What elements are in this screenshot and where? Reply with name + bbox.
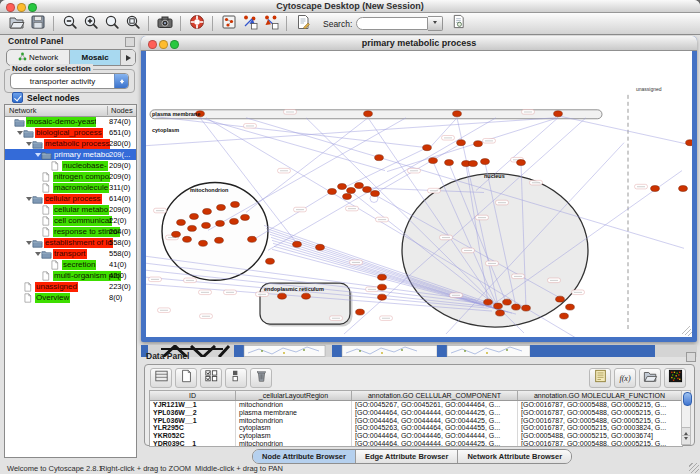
tree-row[interactable]: cellular process614(0) (5, 193, 136, 204)
tree-row[interactable]: establishment of lo558(0) (5, 237, 136, 248)
column-header[interactable]: annotation.GO CELLULAR_COMPONENT (352, 391, 518, 400)
snapshot-button[interactable] (154, 14, 175, 33)
function-builder-button[interactable]: f(x) (614, 368, 636, 388)
tree-row[interactable]: cell communicat22(0) (5, 215, 136, 226)
table-row[interactable]: YJR121W__1mitochondrion[GO:0045267, GO:0… (150, 401, 682, 409)
column-header[interactable]: ID (150, 391, 236, 400)
window-resize-grip[interactable] (689, 463, 699, 473)
tree-column-network: Network (9, 106, 37, 115)
table-cell: YJR121W__1 (150, 401, 236, 409)
table-cell: YPL036W__1 (150, 417, 236, 425)
node-color-attribute-dropdown[interactable]: transporter activity (10, 73, 129, 89)
tree-row[interactable]: cellular metabo209(0) (5, 204, 136, 215)
table-cell: plasma membrane (236, 409, 352, 417)
network-view-titlebar[interactable]: primary metabolic process (141, 36, 697, 51)
svg-text:cytoplasm: cytoplasm (152, 127, 179, 133)
table-cell: YKR052C (150, 432, 236, 440)
annotation-panel-icon (593, 369, 608, 387)
tree-row[interactable]: transport558(0) (5, 248, 136, 259)
overview-button[interactable] (218, 14, 239, 33)
tab-network-attribute-browser[interactable]: Network Attribute Browser (458, 450, 571, 463)
annotation-icon (295, 14, 311, 34)
layout-b-button[interactable] (260, 14, 281, 33)
attribute-grid-button[interactable] (150, 368, 172, 388)
attribute-table[interactable]: ID_cellularLayoutRegionannotation.GO CEL… (149, 390, 683, 447)
attribute-browser-tabs: Node Attribute BrowserEdge Attribute Bro… (252, 449, 572, 464)
file-icon (50, 161, 62, 171)
control-panel-float-icon[interactable] (125, 37, 135, 47)
annotation-panel-button[interactable] (589, 368, 611, 388)
column-header[interactable]: annotation.GO MOLECULAR_FUNCTION (518, 391, 682, 400)
save-button[interactable] (27, 14, 48, 33)
zoom-selected-button[interactable] (101, 14, 122, 33)
select-attributes-button[interactable] (200, 368, 222, 388)
new-attribute-button[interactable] (175, 368, 197, 388)
tree-row-label: metabolic process (44, 139, 110, 149)
select-nodes-checkbox[interactable] (12, 92, 23, 103)
table-row[interactable]: YDR039C__1mitochondrion[GO:0044464, GO:0… (150, 440, 682, 447)
zoom-fit-button[interactable] (122, 14, 143, 33)
toolbar-separator (286, 16, 287, 31)
network-canvas[interactable]: plasma membranecytoplasmmitochondrionnuc… (146, 51, 692, 337)
file-icon (23, 282, 35, 292)
tab-scroll-right-button[interactable] (121, 50, 135, 65)
select-nodes-label: Select nodes (27, 93, 79, 103)
status-pan-hint: Middle-click + drag to PAN (195, 464, 283, 473)
tree-row-label: macromolecule (53, 183, 109, 193)
open-folder-button[interactable] (6, 14, 27, 33)
open-folder-icon (9, 14, 25, 34)
toolbar-separator (180, 16, 181, 31)
unselect-attributes-button[interactable] (225, 368, 247, 388)
attribute-table-scrollbar[interactable] (681, 390, 691, 445)
tree-row-label: cellular process (44, 194, 102, 204)
tree-row-count: 209(... (109, 150, 136, 159)
tree-row-count: 42(0) (109, 271, 136, 280)
tree-row[interactable]: secretion41(0) (5, 259, 136, 270)
layout-a-button[interactable] (239, 14, 260, 33)
help-button[interactable] (186, 14, 207, 33)
tree-row[interactable]: primary metabo209(... (5, 149, 136, 160)
delete-attribute-button[interactable] (250, 368, 272, 388)
zoom-in-button[interactable] (80, 14, 101, 33)
layout-b-icon (263, 14, 279, 34)
tab-edge-attribute-browser[interactable]: Edge Attribute Browser (356, 450, 458, 463)
arrow-down-icon (684, 437, 688, 442)
snapshot-icon (157, 14, 173, 34)
tree-row[interactable]: mosaic-demo-yeast874(0) (5, 116, 136, 127)
search-dropdown-button[interactable] (428, 16, 443, 31)
network-tree-panel: Network Nodes mosaic-demo-yeast874(0)bio… (4, 104, 137, 458)
tree-row-label: secretion (62, 260, 96, 270)
table-header-row[interactable]: ID_cellularLayoutRegionannotation.GO CEL… (150, 391, 682, 401)
search-go-icon (451, 14, 466, 33)
zoom-out-button[interactable] (59, 14, 80, 33)
tree-row-count: 614(0) (109, 194, 136, 203)
tab-node-attribute-browser[interactable]: Node Attribute Browser (253, 450, 356, 463)
file-icon (41, 183, 53, 193)
tree-row[interactable]: unassigned223(0) (5, 281, 136, 292)
mosaic-matrix-button[interactable] (664, 368, 686, 388)
table-row[interactable]: YPL036W__2plasma membrane[GO:0044464, GO… (150, 409, 682, 417)
search-go-button[interactable] (448, 14, 469, 33)
table-row[interactable]: YLR295Ccytoplasm[GO:0045263, GO:0044464,… (150, 424, 682, 432)
tree-row[interactable]: nucleobase-209(0) (5, 160, 136, 171)
tree-row[interactable]: metabolic process280(0) (5, 138, 136, 149)
data-panel-float-icon[interactable] (686, 352, 696, 362)
scrollbar-thumb[interactable] (683, 392, 692, 406)
tree-row-label: nucleobase- (62, 161, 108, 171)
search-input[interactable] (356, 17, 428, 30)
tree-row[interactable]: multi-organism pro42(0) (5, 270, 136, 281)
main-toolbar: Search: (0, 13, 700, 35)
table-cell: [GO:0016787, GO:0005488, GO:0005215, G..… (518, 440, 682, 447)
tree-row-label: mosaic-demo-yeast (26, 117, 96, 127)
cytoscape-app-window: Cytoscape Desktop (New Session) Search: … (0, 0, 700, 474)
annotation-button[interactable] (292, 14, 313, 33)
tree-row[interactable]: nitrogen compo209(0) (5, 171, 136, 182)
app-titlebar[interactable]: Cytoscape Desktop (New Session) (0, 0, 700, 13)
table-row[interactable]: YPL036W__1mitochondrion[GO:0044464, GO:0… (150, 417, 682, 425)
column-header[interactable]: _cellularLayoutRegion (236, 391, 352, 400)
table-cell: [GO:0045263, GO:0044464, GO:0044455, G..… (352, 424, 518, 432)
table-row[interactable]: YKR052Ccytoplasm[GO:0044464, GO:0044446,… (150, 432, 682, 440)
tree-row[interactable]: Overview8(0) (5, 292, 136, 303)
import-attributes-button[interactable] (639, 368, 661, 388)
scroll-down-button[interactable] (682, 435, 690, 444)
